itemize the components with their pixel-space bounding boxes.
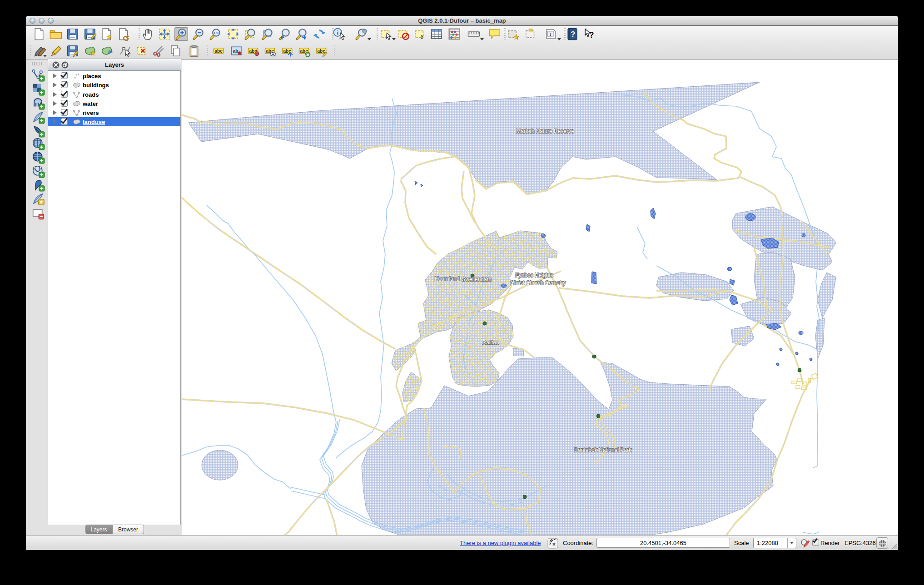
svg-text:1:1: 1:1 — [214, 31, 219, 35]
svg-text:i: i — [337, 30, 339, 36]
svg-text:Marloth Nature Reserve: Marloth Nature Reserve — [516, 128, 574, 134]
svg-text:Railton: Railton — [482, 339, 499, 346]
svg-text:Swellendam: Swellendam — [462, 276, 491, 283]
svg-text:ab: ab — [233, 49, 238, 54]
svg-text:abc: abc — [283, 49, 292, 54]
svg-text:abc: abc — [215, 49, 223, 54]
svg-text:Bontebok National Park: Bontebok National Park — [574, 447, 632, 453]
svg-text:T: T — [549, 31, 552, 37]
svg-text:abc: abc — [318, 49, 326, 54]
svg-text:Christ Church Cemetry: Christ Church Cemetry — [510, 280, 566, 286]
svg-text:ε: ε — [421, 32, 424, 40]
svg-text:Koornland: Koornland — [435, 276, 460, 282]
svg-text:Fynbos Heights: Fynbos Heights — [515, 272, 553, 278]
svg-text:?: ? — [589, 30, 594, 40]
svg-text:?: ? — [571, 30, 575, 38]
